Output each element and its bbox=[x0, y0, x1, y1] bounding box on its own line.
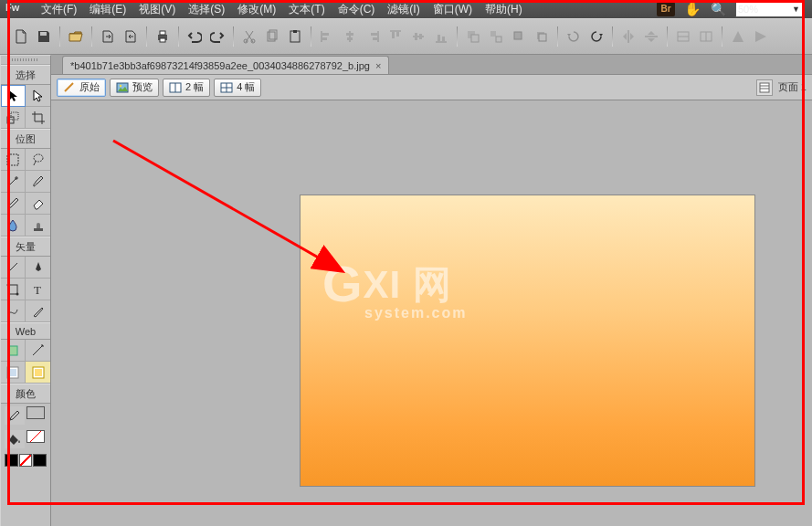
print-button[interactable] bbox=[153, 26, 173, 47]
canvas-viewport[interactable]: G XI 网 system.com bbox=[51, 100, 812, 526]
new-file-button[interactable] bbox=[11, 26, 31, 47]
view-preview-button[interactable]: 预览 bbox=[110, 79, 159, 97]
undo-button[interactable] bbox=[185, 26, 205, 47]
subselect-tool[interactable] bbox=[26, 85, 50, 107]
rotate-left-button[interactable] bbox=[564, 26, 584, 47]
save-button[interactable] bbox=[34, 26, 54, 47]
stamp-tool[interactable] bbox=[26, 215, 50, 237]
eraser-tool[interactable] bbox=[26, 193, 50, 215]
hide-slice-button[interactable] bbox=[1, 362, 26, 384]
svg-rect-19 bbox=[438, 35, 440, 41]
pencil-tool[interactable] bbox=[1, 193, 26, 215]
svg-rect-17 bbox=[415, 33, 417, 40]
cut-button[interactable] bbox=[239, 26, 259, 47]
view-preview-label: 预览 bbox=[132, 80, 153, 94]
svg-rect-12 bbox=[347, 37, 353, 40]
stroke-eyedropper-icon[interactable] bbox=[5, 406, 25, 425]
crop-tool[interactable] bbox=[26, 107, 50, 129]
view-2up-button[interactable]: 2 幅 bbox=[163, 79, 210, 97]
menu-text[interactable]: 文本(T) bbox=[282, 2, 331, 16]
misc-1-button[interactable] bbox=[673, 26, 693, 47]
svg-rect-22 bbox=[471, 35, 479, 42]
view-original-button[interactable]: 原始 bbox=[57, 79, 106, 97]
rotate-right-button[interactable] bbox=[586, 26, 606, 47]
paste-button[interactable] bbox=[285, 26, 305, 47]
menu-select[interactable]: 选择(S) bbox=[182, 2, 231, 16]
freeform-tool[interactable] bbox=[1, 300, 26, 322]
marquee-tool[interactable] bbox=[1, 149, 26, 171]
svg-point-3 bbox=[244, 39, 248, 43]
misc-4-button[interactable] bbox=[751, 26, 771, 47]
canvas-image[interactable]: G XI 网 system.com bbox=[300, 195, 755, 487]
document-tab[interactable]: *b401b71e3bb3af69873214f93859a2ee_003403… bbox=[62, 56, 389, 74]
group-button[interactable] bbox=[463, 26, 483, 47]
svg-rect-23 bbox=[490, 31, 496, 37]
svg-rect-20 bbox=[442, 37, 445, 41]
menu-filters[interactable]: 滤镜(I) bbox=[381, 2, 426, 16]
open-button[interactable] bbox=[66, 26, 86, 47]
no-color-button[interactable] bbox=[19, 454, 33, 467]
svg-point-37 bbox=[7, 283, 10, 286]
stroke-swatch[interactable] bbox=[26, 406, 45, 419]
shape-tool[interactable] bbox=[1, 279, 26, 300]
page-list-button[interactable] bbox=[756, 79, 773, 96]
watermark: G XI 网 system.com bbox=[322, 250, 452, 310]
main-toolbar bbox=[0, 18, 812, 55]
ungroup-button[interactable] bbox=[486, 26, 506, 47]
zoom-icon[interactable]: 🔍 bbox=[711, 2, 726, 16]
pointer-tool[interactable] bbox=[1, 85, 26, 107]
scale-tool[interactable] bbox=[1, 107, 26, 129]
tab-close-button[interactable]: × bbox=[375, 60, 381, 71]
send-back-button[interactable] bbox=[532, 26, 552, 47]
knife-tool[interactable] bbox=[26, 300, 50, 322]
blur-tool[interactable] bbox=[1, 215, 26, 237]
text-tool[interactable]: T bbox=[26, 279, 50, 300]
slice-tool[interactable] bbox=[26, 340, 50, 362]
magic-wand-tool[interactable] bbox=[1, 171, 26, 193]
menu-window[interactable]: 窗口(W) bbox=[427, 2, 479, 16]
fill-bucket-icon[interactable] bbox=[5, 430, 25, 448]
svg-point-46 bbox=[120, 84, 121, 86]
brush-tool[interactable] bbox=[26, 171, 50, 193]
pen-tool[interactable] bbox=[26, 257, 50, 279]
lasso-tool[interactable] bbox=[26, 149, 50, 171]
bring-front-button[interactable] bbox=[509, 26, 529, 47]
export-button[interactable] bbox=[121, 26, 141, 47]
import-button[interactable] bbox=[98, 26, 118, 47]
panel-drag-handle[interactable] bbox=[1, 56, 50, 65]
align-vcenter-button[interactable] bbox=[408, 26, 428, 47]
hotspot-tool[interactable] bbox=[1, 340, 26, 362]
fill-swatch[interactable] bbox=[26, 430, 45, 443]
hand-icon[interactable]: ✋ bbox=[684, 1, 701, 17]
align-bottom-button[interactable] bbox=[431, 26, 451, 47]
menu-view[interactable]: 视图(V) bbox=[132, 2, 182, 16]
misc-3-button[interactable] bbox=[728, 26, 748, 47]
flip-h-button[interactable] bbox=[618, 26, 638, 47]
watermark-text: XI 网 bbox=[364, 259, 452, 310]
copy-button[interactable] bbox=[262, 26, 282, 47]
svg-rect-24 bbox=[496, 37, 501, 42]
view-4up-button[interactable]: 4 幅 bbox=[214, 79, 261, 97]
menu-modify[interactable]: 修改(M) bbox=[231, 2, 282, 16]
bridge-badge[interactable]: Br bbox=[657, 2, 675, 16]
menu-edit[interactable]: 编辑(E) bbox=[83, 2, 132, 16]
default-colors-button[interactable] bbox=[5, 454, 18, 467]
svg-rect-42 bbox=[9, 369, 16, 376]
align-right-button[interactable] bbox=[363, 26, 383, 47]
swap-colors-button[interactable] bbox=[33, 454, 47, 467]
zoom-value: 50% bbox=[738, 4, 758, 15]
zoom-dropdown[interactable]: 50% ▼ bbox=[735, 2, 803, 17]
line-tool[interactable] bbox=[1, 257, 26, 279]
align-left-button[interactable] bbox=[317, 26, 337, 47]
show-slice-button[interactable] bbox=[26, 362, 50, 384]
menu-file[interactable]: 文件(F) bbox=[35, 2, 83, 16]
misc-2-button[interactable] bbox=[696, 26, 716, 47]
redo-button[interactable] bbox=[207, 26, 227, 47]
flip-v-button[interactable] bbox=[641, 26, 661, 47]
align-hcenter-button[interactable] bbox=[340, 26, 360, 47]
app-logo: Fw bbox=[5, 2, 26, 16]
menu-help[interactable]: 帮助(H) bbox=[479, 2, 529, 16]
menu-commands[interactable]: 命令(C) bbox=[332, 2, 382, 16]
align-top-button[interactable] bbox=[385, 26, 406, 47]
menubar-right: Br ✋ 🔍 50% ▼ bbox=[657, 1, 812, 17]
